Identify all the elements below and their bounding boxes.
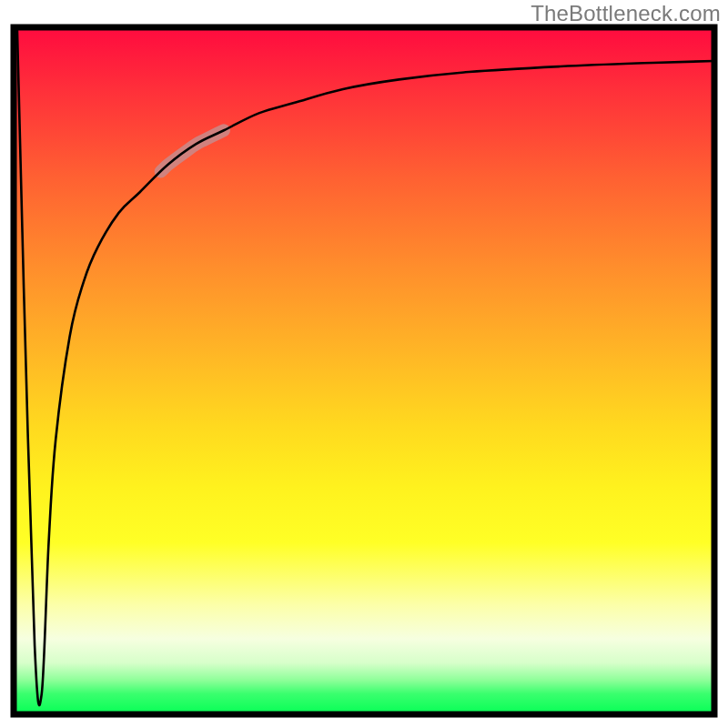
plot-border	[14, 27, 714, 714]
chart-container: TheBottleneck.com	[0, 0, 728, 728]
plot-svg	[14, 27, 714, 714]
chart-frame	[14, 27, 714, 714]
bottleneck-curve	[17, 27, 714, 705]
highlight-segment	[161, 130, 224, 171]
attribution-label: TheBottleneck.com	[531, 1, 721, 26]
